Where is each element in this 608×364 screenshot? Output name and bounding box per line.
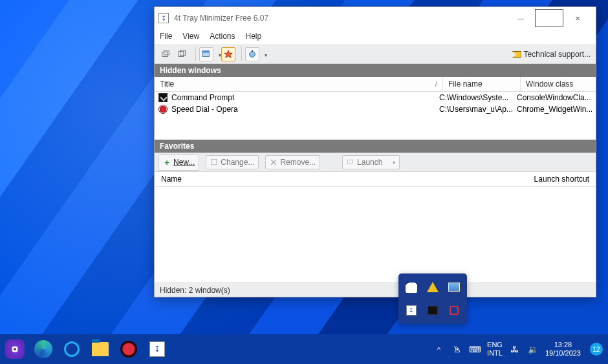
menu-file[interactable]: File: [160, 32, 172, 41]
favorites-list: [155, 187, 596, 283]
tray-app-icon[interactable]: ↧: [402, 301, 420, 320]
taskbar-cortana-icon[interactable]: [62, 339, 81, 359]
tb-group-2[interactable]: [245, 47, 267, 61]
hidden-windows-list: Command Prompt C:\Windows\Syste... Conso…: [155, 92, 596, 140]
status-text: Hidden: 2 window(s): [160, 286, 230, 295]
keyboard-icon[interactable]: ⌨: [469, 345, 481, 354]
svg-marker-6: [224, 50, 232, 58]
table-row[interactable]: Command Prompt C:\Windows\Syste... Conso…: [155, 92, 596, 103]
taskbar-left: ↧: [5, 339, 167, 359]
col-windowclass[interactable]: Window class: [521, 77, 596, 91]
close-button[interactable]: ✕: [563, 9, 592, 27]
tray-chevron-icon[interactable]: ＾: [433, 345, 444, 354]
svg-rect-9: [212, 160, 217, 165]
clock-time: 13:28: [545, 341, 581, 349]
table-row[interactable]: Speed Dial - Opera C:\Users\mav_u\Ap... …: [155, 103, 596, 115]
remove-button: Remove...: [265, 155, 320, 169]
row-file: C:\Windows\Syste...: [439, 93, 517, 102]
dropdown-icon[interactable]: [262, 50, 267, 59]
favorites-header: Favorites: [155, 140, 596, 153]
main-toolbar: Technical support...: [155, 45, 596, 64]
svg-rect-5: [202, 51, 210, 53]
titlebar[interactable]: ↧ 4t Tray Minimizer Free 6.07 — ✕: [155, 7, 596, 29]
col-name[interactable]: Name: [161, 175, 182, 184]
usb-icon[interactable]: 🖯: [451, 345, 462, 354]
taskbar-right: ＾ 🖯 ⌨ ENG INTL 🖧 🔉 13:28 19/10/2023 12: [433, 341, 603, 357]
launch-button: Launch▾: [342, 155, 400, 169]
hidden-windows-header: Hidden windows: [155, 64, 596, 77]
hidden-columns: Title/ File name Window class: [155, 77, 596, 92]
taskbar-explorer-icon[interactable]: [91, 339, 110, 359]
col-shortcut[interactable]: Launch shortcut: [534, 175, 589, 184]
tech-support-link[interactable]: Technical support...: [512, 45, 591, 63]
notification-badge[interactable]: 12: [590, 343, 603, 356]
language-indicator[interactable]: ENG INTL: [487, 341, 503, 357]
row-class: ConsoleWindowCla...: [517, 93, 592, 102]
tb-restore-icon[interactable]: [158, 47, 173, 61]
tray-warning-icon[interactable]: [424, 277, 441, 297]
clock[interactable]: 13:28 19/10/2023: [545, 341, 581, 357]
row-class: Chrome_WidgetWin...: [517, 105, 592, 114]
menu-view[interactable]: View: [182, 32, 199, 41]
menu-actions[interactable]: Actions: [210, 32, 235, 41]
app-icon: ↧: [158, 13, 169, 23]
tray-screen-icon[interactable]: [446, 277, 463, 297]
col-title[interactable]: Title/: [155, 77, 443, 91]
lang-secondary: INTL: [487, 349, 503, 358]
cmd-icon: [158, 93, 168, 102]
tray-onedrive-icon[interactable]: [402, 277, 420, 297]
tray-record-icon[interactable]: [446, 301, 463, 320]
maximize-button[interactable]: [535, 9, 563, 27]
svg-rect-8: [252, 50, 253, 52]
menubar: File View Actions Help: [155, 29, 596, 45]
taskbar-opera-icon[interactable]: [119, 339, 138, 359]
clock-date: 19/10/2023: [545, 349, 581, 358]
network-icon[interactable]: 🖧: [509, 345, 521, 354]
statusbar: Hidden: 2 window(s): [155, 283, 596, 297]
mail-icon: [512, 51, 521, 58]
favorites-toolbar: ＋New... Change... Remove... Launch▾: [155, 153, 596, 172]
opera-icon: [158, 105, 168, 114]
svg-rect-1: [164, 51, 169, 55]
row-title: Speed Dial - Opera: [171, 105, 439, 114]
volume-icon[interactable]: 🔉: [527, 345, 539, 354]
tray-cmd-icon[interactable]: [424, 301, 441, 320]
plus-icon: ＋: [163, 157, 171, 168]
toolbar-separator: [195, 47, 196, 61]
window-title: 4t Tray Minimizer Free 6.07: [174, 14, 506, 23]
tb-cascade-icon[interactable]: [175, 47, 190, 61]
tb-group-1[interactable]: [199, 47, 221, 61]
tb-add-favorite-icon[interactable]: [221, 47, 235, 61]
svg-point-7: [250, 52, 255, 58]
change-button: Change...: [206, 155, 259, 169]
row-file: C:\Users\mav_u\Ap...: [439, 105, 517, 114]
start-button[interactable]: [5, 339, 25, 359]
svg-rect-2: [179, 52, 184, 57]
dropdown-icon[interactable]: [216, 50, 221, 59]
svg-point-14: [14, 348, 16, 350]
taskbar: ↧ ＾ 🖯 ⌨ ENG INTL 🖧 🔉 13:28 19/10/2023 12: [0, 334, 608, 364]
lang-primary: ENG: [487, 341, 503, 349]
minimize-button[interactable]: —: [506, 9, 535, 27]
tray-flyout: ↧: [398, 273, 467, 324]
svg-rect-0: [162, 52, 168, 57]
svg-rect-12: [348, 160, 353, 164]
menu-help[interactable]: Help: [246, 32, 262, 41]
row-title: Command Prompt: [171, 93, 439, 102]
toolbar-separator: [241, 47, 242, 61]
svg-rect-3: [180, 50, 186, 56]
favorites-columns: Name Launch shortcut: [155, 172, 596, 187]
app-window: ↧ 4t Tray Minimizer Free 6.07 — ✕ File V…: [154, 6, 596, 297]
col-filename[interactable]: File name: [443, 77, 521, 91]
new-button[interactable]: ＋New...: [158, 155, 199, 171]
taskbar-edge-icon[interactable]: [34, 339, 53, 359]
window-controls: — ✕: [506, 9, 592, 27]
tech-support-label: Technical support...: [524, 50, 591, 59]
taskbar-app-icon[interactable]: ↧: [147, 339, 167, 359]
